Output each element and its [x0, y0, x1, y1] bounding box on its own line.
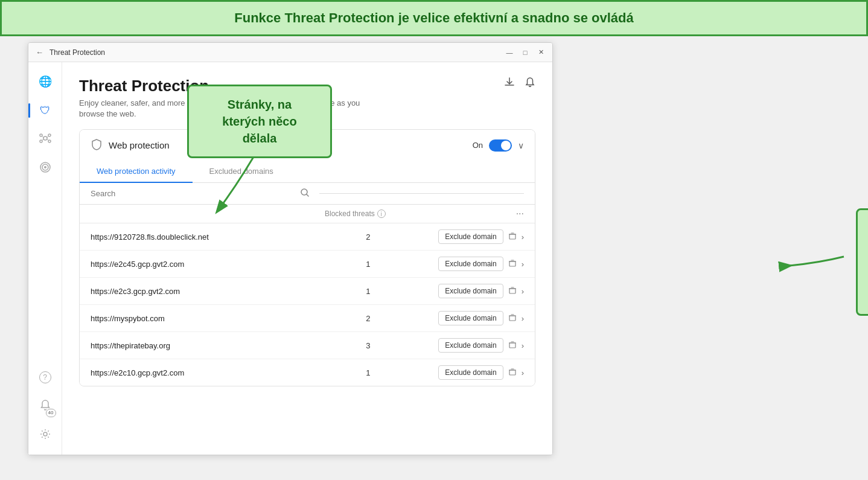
- domain-url: https://e2c3.gcp.gvt2.com: [91, 287, 366, 296]
- network-icon: [39, 132, 51, 147]
- row-expand-icon[interactable]: ›: [522, 232, 524, 242]
- domain-url: https://thepiratebay.org: [91, 341, 366, 350]
- svg-line-8: [47, 139, 48, 141]
- domain-count: 3: [366, 341, 438, 350]
- callout-left-arrow: [205, 151, 278, 223]
- web-protection-toggle[interactable]: [489, 139, 512, 152]
- svg-point-3: [40, 140, 42, 142]
- row-expand-icon[interactable]: ›: [522, 341, 524, 350]
- trash-icon[interactable]: [508, 313, 517, 324]
- sidebar-item-help[interactable]: ?: [33, 365, 57, 389]
- exclude-domain-button[interactable]: Exclude domain: [438, 311, 503, 325]
- domain-url: https://e2c45.gcp.gvt2.com: [91, 260, 366, 269]
- shield-icon: 🛡: [40, 104, 51, 117]
- settings-icon: [39, 428, 51, 443]
- svg-point-0: [43, 136, 47, 140]
- callout-left-line2: kterých něco: [201, 113, 318, 130]
- svg-point-11: [44, 166, 46, 168]
- svg-rect-15: [509, 234, 515, 239]
- sidebar-item-shield[interactable]: 🛡: [33, 98, 57, 123]
- table-header: Blocked threats i ···: [80, 205, 535, 223]
- svg-point-4: [48, 140, 51, 142]
- toggle-label: On: [473, 141, 483, 150]
- svg-rect-19: [509, 289, 515, 293]
- domain-url: https://e2c10.gcp.gvt2.com: [91, 368, 366, 377]
- top-banner: Funkce Threat Protection je velice efekt…: [0, 0, 868, 36]
- callout-left: Stránky, na kterých něco dělala: [187, 85, 332, 158]
- sidebar-item-globe[interactable]: 🌐: [33, 69, 57, 94]
- domain-count: 2: [366, 314, 438, 323]
- info-icon[interactable]: i: [377, 210, 386, 218]
- exclude-domain-button[interactable]: Exclude domain: [438, 338, 503, 353]
- tabs-row: Web protection activity Excluded domains: [80, 161, 535, 183]
- callout-left-line1: Stránky, na: [201, 96, 318, 113]
- svg-rect-17: [509, 261, 515, 266]
- row-expand-icon[interactable]: ›: [522, 260, 524, 269]
- svg-point-2: [48, 134, 51, 136]
- domain-list: https://9120728.fls.doubleclick.net 2 Ex…: [80, 223, 535, 386]
- search-icon[interactable]: [300, 188, 310, 199]
- shield-outline-icon: [91, 138, 103, 152]
- domain-url: https://9120728.fls.doubleclick.net: [91, 232, 366, 242]
- sidebar-item-notifications[interactable]: 40: [33, 394, 57, 418]
- domain-count: 2: [366, 232, 438, 242]
- help-icon: ?: [39, 371, 51, 383]
- row-expand-icon[interactable]: ›: [522, 314, 524, 323]
- trash-icon[interactable]: [508, 368, 517, 378]
- web-protection-card: Web protection On ∨ Web protection activ…: [79, 129, 535, 386]
- trash-icon[interactable]: [508, 259, 517, 269]
- trash-icon[interactable]: [508, 341, 517, 351]
- exclude-domain-button[interactable]: Exclude domain: [438, 365, 503, 380]
- domain-row: https://myspybot.com 2 Exclude domain ›: [80, 305, 535, 332]
- domain-url: https://myspybot.com: [91, 314, 366, 323]
- callout-right-arrow: [777, 245, 850, 281]
- banner-text: Funkce Threat Protection je velice efekt…: [234, 10, 633, 25]
- globe-icon: 🌐: [39, 75, 52, 88]
- svg-point-12: [43, 432, 47, 436]
- tab-web-protection-activity[interactable]: Web protection activity: [80, 161, 193, 183]
- svg-line-7: [42, 139, 43, 141]
- close-button[interactable]: ✕: [537, 48, 545, 57]
- blocked-threats-label: Blocked threats: [325, 210, 375, 218]
- domain-count: 1: [366, 368, 438, 377]
- minimize-button[interactable]: —: [505, 48, 514, 57]
- svg-line-14: [307, 194, 308, 196]
- back-arrow-icon[interactable]: ←: [36, 48, 43, 57]
- row-expand-icon[interactable]: ›: [522, 368, 524, 377]
- title-bar: ← Threat Protection — □ ✕: [28, 43, 552, 62]
- expand-chevron-icon[interactable]: ∨: [518, 141, 524, 150]
- maximize-button[interactable]: □: [521, 48, 529, 57]
- search-row: [80, 183, 535, 205]
- exclude-domain-button[interactable]: Exclude domain: [438, 257, 503, 271]
- target-icon: [39, 161, 51, 176]
- sidebar-item-network[interactable]: [33, 127, 57, 152]
- svg-point-1: [40, 134, 42, 136]
- exclude-domain-button[interactable]: Exclude domain: [438, 284, 503, 298]
- svg-rect-21: [509, 316, 515, 321]
- notification-badge: 40: [46, 409, 56, 417]
- web-protection-label: Web protection: [109, 140, 170, 150]
- callout-right: Excluding a domain (angl. vynechání domé…: [856, 208, 868, 316]
- svg-line-6: [47, 136, 48, 138]
- domain-count: 1: [366, 287, 438, 296]
- domain-row: https://e2c45.gcp.gvt2.com 1 Exclude dom…: [80, 251, 535, 278]
- more-options-icon[interactable]: ···: [516, 208, 524, 219]
- domain-count: 1: [366, 260, 438, 269]
- trash-icon[interactable]: [508, 232, 517, 242]
- svg-rect-25: [509, 370, 515, 375]
- bell-icon[interactable]: [525, 77, 535, 91]
- trash-icon[interactable]: [508, 286, 517, 296]
- sidebar: 🌐 🛡: [28, 62, 62, 455]
- domain-row: https://9120728.fls.doubleclick.net 2 Ex…: [80, 223, 535, 251]
- sidebar-item-settings[interactable]: [33, 423, 57, 447]
- download-icon[interactable]: [504, 77, 515, 91]
- exclude-domain-button[interactable]: Exclude domain: [438, 229, 503, 244]
- domain-row: https://e2c10.gcp.gvt2.com 1 Exclude dom…: [80, 359, 535, 386]
- svg-line-5: [42, 136, 43, 138]
- callout-left-line3: dělala: [201, 130, 318, 147]
- domain-row: https://e2c3.gcp.gvt2.com 1 Exclude doma…: [80, 278, 535, 305]
- sidebar-item-target[interactable]: [33, 156, 57, 181]
- domain-row: https://thepiratebay.org 3 Exclude domai…: [80, 332, 535, 359]
- row-expand-icon[interactable]: ›: [522, 287, 524, 296]
- svg-rect-23: [509, 343, 515, 348]
